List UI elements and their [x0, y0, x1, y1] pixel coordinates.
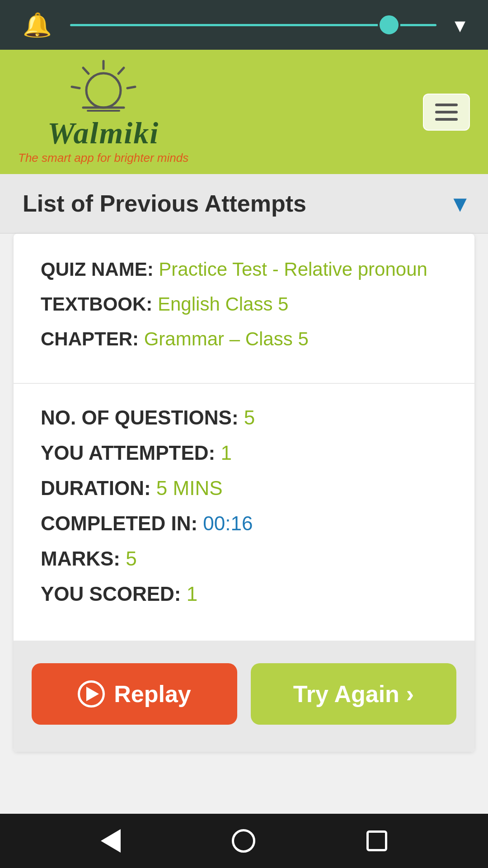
slider-track [70, 24, 436, 26]
duration-row: DURATION: 5 MINS [41, 477, 447, 500]
recents-button[interactable] [366, 830, 387, 851]
textbook-row: TEXTBOOK: English Class 5 [41, 291, 447, 318]
menu-line-1 [435, 104, 458, 106]
section-title: List of Previous Attempts [23, 190, 306, 217]
quiz-info-section: QUIZ NAME: Practice Test - Relative pron… [14, 234, 474, 384]
chevron-down-icon[interactable]: ▾ [454, 190, 465, 217]
try-again-button[interactable]: Try Again › [251, 663, 456, 725]
completed-in-row: COMPLETED IN: 00:16 [41, 512, 447, 535]
attempted-value: 1 [221, 442, 231, 464]
num-questions-label: NO. OF QUESTIONS: [41, 406, 239, 429]
quiz-card: QUIZ NAME: Practice Test - Relative pron… [14, 234, 474, 752]
svg-point-0 [86, 73, 121, 108]
replay-button[interactable]: Replay [32, 663, 237, 725]
textbook-label: TEXTBOOK: [41, 293, 152, 315]
slider-thumb [378, 14, 400, 36]
app-tagline: The smart app for brighter minds [18, 151, 188, 165]
num-questions-value: 5 [244, 406, 255, 429]
logo-icon [67, 59, 140, 113]
try-again-label: Try Again [293, 680, 399, 708]
svg-line-2 [118, 68, 124, 74]
scored-label: YOU SCORED: [41, 583, 181, 605]
app-header: Walmiki The smart app for brighter minds [0, 50, 488, 174]
quiz-stats-section: NO. OF QUESTIONS: 5 YOU ATTEMPTED: 1 DUR… [14, 384, 474, 641]
svg-line-4 [83, 68, 89, 74]
completed-in-value: 00:16 [203, 512, 253, 534]
menu-button[interactable] [423, 94, 470, 131]
home-button[interactable] [232, 829, 255, 853]
notification-bell-icon: 🔔 [23, 11, 52, 39]
replay-icon [78, 680, 105, 708]
logo-area: Walmiki The smart app for brighter minds [18, 59, 188, 165]
recents-icon [366, 830, 387, 851]
chapter-value: Grammar – Class 5 [144, 328, 309, 349]
attempted-row: YOU ATTEMPTED: 1 [41, 442, 447, 464]
status-bar: 🔔 ▾ [0, 0, 488, 50]
attempted-label: YOU ATTEMPTED: [41, 442, 215, 464]
section-header[interactable]: List of Previous Attempts ▾ [0, 174, 488, 234]
android-nav-bar [0, 814, 488, 868]
marks-label: MARKS: [41, 547, 120, 570]
marks-value: 5 [126, 547, 136, 570]
menu-line-3 [435, 118, 458, 121]
completed-in-label: COMPLETED IN: [41, 512, 197, 534]
replay-label: Replay [114, 680, 191, 708]
duration-label: DURATION: [41, 477, 151, 499]
duration-value: 5 MINS [156, 477, 223, 499]
action-buttons-area: Replay Try Again › [14, 641, 474, 752]
svg-line-5 [72, 87, 80, 88]
chapter-label: CHAPTER: [41, 328, 139, 349]
textbook-value: English Class 5 [158, 293, 288, 315]
brightness-slider[interactable] [70, 24, 436, 26]
home-icon [232, 829, 255, 853]
num-questions-row: NO. OF QUESTIONS: 5 [41, 406, 447, 429]
back-icon [101, 829, 121, 853]
scored-value: 1 [187, 583, 197, 605]
quiz-name-value: Practice Test - Relative pronoun [159, 259, 427, 280]
svg-line-3 [127, 87, 135, 88]
dropdown-arrow-icon[interactable]: ▾ [455, 12, 465, 38]
scored-row: YOU SCORED: 1 [41, 583, 447, 605]
quiz-name-label: QUIZ NAME: [41, 259, 154, 280]
marks-row: MARKS: 5 [41, 547, 447, 570]
back-button[interactable] [101, 829, 121, 853]
chapter-row: CHAPTER: Grammar – Class 5 [41, 326, 447, 353]
play-triangle-icon [86, 687, 99, 701]
chevron-right-icon: › [406, 680, 414, 708]
menu-line-2 [435, 111, 458, 113]
app-name: Walmiki [47, 115, 159, 151]
quiz-name-row: QUIZ NAME: Practice Test - Relative pron… [41, 256, 447, 283]
